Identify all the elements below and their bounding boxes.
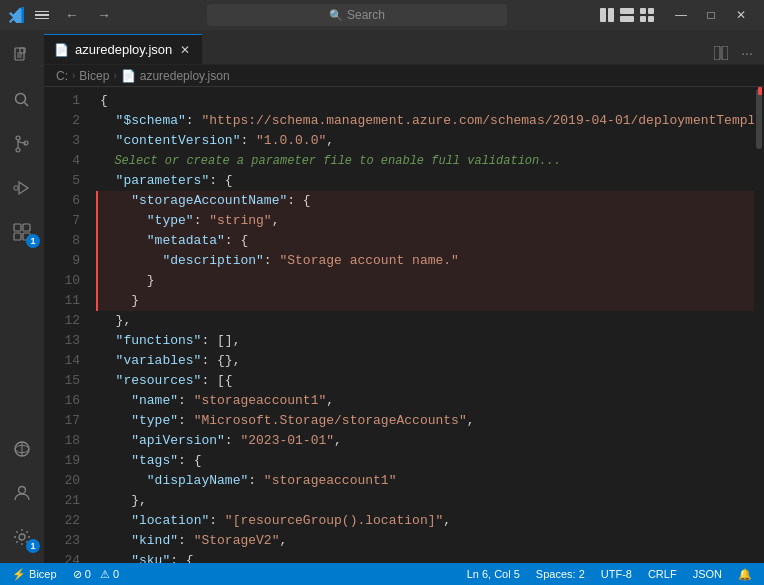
code-token: : {: [225, 231, 248, 251]
svg-rect-4: [640, 8, 646, 14]
activity-item-account[interactable]: [0, 471, 44, 515]
restore-button[interactable]: □: [696, 0, 726, 30]
code-token: "Storage account name.": [279, 251, 458, 271]
status-eol[interactable]: CRLF: [644, 563, 681, 585]
minimap-highlight: [758, 87, 762, 95]
line-number-10: 10: [44, 271, 80, 291]
activity-item-git[interactable]: [0, 122, 44, 166]
line-number-24: 24: [44, 551, 80, 563]
breadcrumb: C: › Bicep › 📄 azuredeploy.json: [44, 65, 764, 87]
breadcrumb-file-icon: 📄: [121, 69, 136, 83]
code-token: "kind": [131, 531, 178, 551]
status-language[interactable]: JSON: [689, 563, 726, 585]
code-token: ,: [467, 411, 475, 431]
layout-button-2[interactable]: [618, 6, 636, 24]
status-notifications[interactable]: 🔔: [734, 563, 756, 585]
line-number-11: 11: [44, 291, 80, 311]
tab-bar: 📄 azuredeploy.json ✕ ···: [44, 30, 764, 65]
svg-rect-27: [714, 46, 720, 60]
activity-item-settings[interactable]: 1: [0, 515, 44, 559]
code-token: :: [194, 211, 210, 231]
code-line-15: "resources": [{: [96, 371, 754, 391]
code-token: [100, 111, 116, 131]
code-token: ,: [443, 511, 451, 531]
svg-point-25: [19, 487, 26, 494]
tab-close-button[interactable]: ✕: [178, 42, 192, 58]
code-token: :: [178, 531, 194, 551]
code-token: "variables": [116, 351, 202, 371]
more-actions-button[interactable]: ···: [736, 42, 758, 64]
line-number-13: 13: [44, 331, 80, 351]
code-token: [100, 191, 131, 211]
code-area[interactable]: { "$schema": "https://schema.management.…: [92, 87, 754, 563]
code-token: },: [100, 491, 147, 511]
code-token: :: [178, 391, 194, 411]
code-token: "StorageV2": [194, 531, 280, 551]
line-number-15: 15: [44, 371, 80, 391]
status-ln-col[interactable]: Ln 6, Col 5: [463, 563, 524, 585]
title-bar-left: ← →: [8, 5, 116, 25]
search-bar[interactable]: 🔍 Search: [207, 4, 507, 26]
svg-point-26: [19, 534, 25, 540]
scrollbar-thumb[interactable]: [756, 89, 762, 149]
code-line-22: "location": "[resourceGroup().location]"…: [96, 511, 754, 531]
status-spaces[interactable]: Spaces: 2: [532, 563, 589, 585]
svg-rect-20: [14, 224, 21, 231]
activity-item-explorer[interactable]: [0, 34, 44, 78]
nav-forward-button[interactable]: →: [92, 5, 116, 25]
activity-item-search[interactable]: [0, 78, 44, 122]
svg-rect-7: [648, 16, 654, 22]
code-token: }: [100, 271, 155, 291]
line-number-22: 22: [44, 511, 80, 531]
status-ln-col-text: Ln 6, Col 5: [467, 568, 520, 580]
code-token: "apiVersion": [131, 431, 225, 451]
code-token: : {: [178, 451, 201, 471]
breadcrumb-c: C:: [56, 69, 68, 83]
tab-label: azuredeploy.json: [75, 42, 172, 57]
line-number-16: 16: [44, 391, 80, 411]
line-number-20: 20: [44, 471, 80, 491]
status-remote[interactable]: ⚡ Bicep: [8, 563, 61, 585]
activity-item-remote[interactable]: [0, 427, 44, 471]
code-token: "sku": [131, 551, 170, 563]
status-spaces-text: Spaces: 2: [536, 568, 585, 580]
main-container: 1 1 📄: [0, 30, 764, 563]
status-errors-text: ⊘ 0 ⚠ 0: [73, 568, 120, 581]
code-token: ,: [272, 211, 280, 231]
editor-area: 📄 azuredeploy.json ✕ ··· C: › Bicep › 📄: [44, 30, 764, 563]
code-token: ,: [326, 131, 334, 151]
code-line-1: {: [96, 91, 754, 111]
breadcrumb-bicep: Bicep: [79, 69, 109, 83]
status-language-text: JSON: [693, 568, 722, 580]
line-number-12: 12: [44, 311, 80, 331]
code-token: [100, 531, 131, 551]
status-encoding[interactable]: UTF-8: [597, 563, 636, 585]
tab-icon: 📄: [54, 43, 69, 57]
scrollbar[interactable]: [754, 87, 764, 563]
code-token: [100, 451, 131, 471]
line-number-1: 1: [44, 91, 80, 111]
code-token: :: [186, 111, 202, 131]
code-token: [100, 411, 131, 431]
line-number-18: 18: [44, 431, 80, 451]
layout-button-3[interactable]: [638, 6, 656, 24]
activity-item-extensions[interactable]: 1: [0, 210, 44, 254]
code-token: [100, 351, 116, 371]
close-button[interactable]: ✕: [726, 0, 756, 30]
svg-rect-3: [620, 16, 634, 22]
hamburger-menu[interactable]: [32, 8, 52, 23]
code-line-21: },: [96, 491, 754, 511]
extensions-badge: 1: [26, 234, 40, 248]
status-bar-right: Ln 6, Col 5 Spaces: 2 UTF-8 CRLF JSON 🔔: [463, 563, 756, 585]
code-token: }: [100, 291, 139, 311]
layout-button-1[interactable]: [598, 6, 616, 24]
code-token: Select or create a parameter file to ena…: [100, 151, 561, 171]
nav-back-button[interactable]: ←: [60, 5, 84, 25]
minimize-button[interactable]: —: [666, 0, 696, 30]
code-token: "https://schema.management.azure.com/sch…: [201, 111, 754, 131]
status-errors[interactable]: ⊘ 0 ⚠ 0: [69, 563, 124, 585]
code-token: "tags": [131, 451, 178, 471]
split-editor-button[interactable]: [710, 42, 732, 64]
tab-azuredeploy[interactable]: 📄 azuredeploy.json ✕: [44, 34, 202, 64]
activity-item-debug[interactable]: [0, 166, 44, 210]
